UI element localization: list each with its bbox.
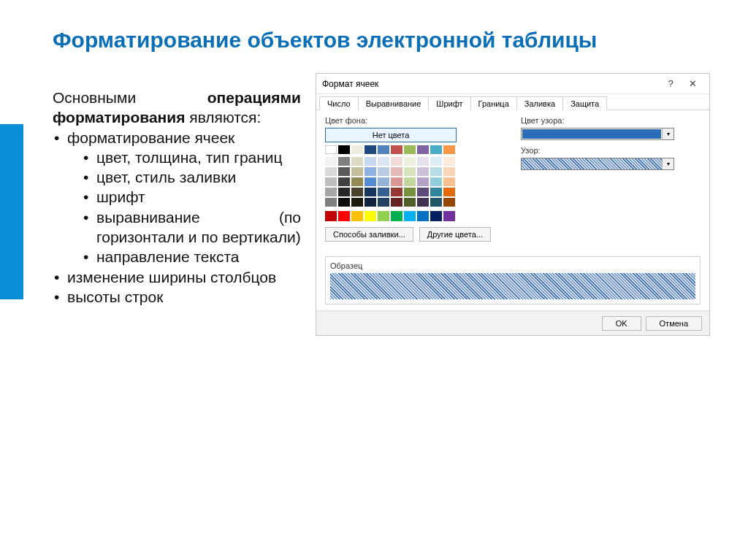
sample-label: Образец (330, 261, 695, 270)
close-icon[interactable]: ✕ (682, 78, 703, 89)
color-swatch[interactable] (365, 211, 376, 221)
chevron-down-icon[interactable]: ▾ (662, 158, 673, 169)
color-swatch[interactable] (417, 167, 429, 176)
tab-Защита[interactable]: Защита (562, 96, 607, 110)
color-swatch[interactable] (443, 177, 455, 186)
tab-Шрифт[interactable]: Шрифт (428, 96, 470, 110)
color-swatch[interactable] (404, 157, 416, 166)
dialog-footer: OK Отмена (316, 310, 709, 335)
color-swatch[interactable] (391, 188, 402, 196)
color-swatch[interactable] (325, 188, 337, 196)
color-swatch[interactable] (378, 198, 389, 207)
color-swatch[interactable] (404, 188, 416, 196)
color-swatch[interactable] (404, 145, 416, 154)
color-swatch[interactable] (378, 177, 389, 186)
color-swatch[interactable] (365, 145, 376, 154)
color-swatch[interactable] (378, 145, 389, 154)
bullet-list: форматирование ячеекцвет, толщина, тип г… (53, 128, 301, 307)
list-item: шрифт (67, 187, 301, 207)
color-swatch[interactable] (338, 145, 350, 154)
color-swatch[interactable] (391, 167, 402, 176)
color-swatch[interactable] (404, 211, 416, 221)
color-swatch[interactable] (351, 211, 363, 221)
fill-buttons-row: Способы заливки... Другие цвета... (325, 227, 701, 242)
color-swatch[interactable] (365, 157, 376, 166)
pattern-color-dropdown[interactable]: ▾ (521, 128, 674, 140)
color-swatch[interactable] (391, 177, 402, 186)
color-swatch[interactable] (351, 157, 363, 166)
color-swatch[interactable] (338, 177, 350, 186)
color-swatch[interactable] (417, 188, 429, 196)
chevron-down-icon[interactable]: ▾ (662, 129, 673, 139)
color-swatch[interactable] (378, 211, 389, 221)
color-swatch[interactable] (430, 211, 442, 221)
list-item: направление текста (67, 247, 301, 266)
color-swatch[interactable] (391, 198, 402, 207)
color-swatch[interactable] (378, 167, 389, 176)
color-swatch[interactable] (338, 157, 350, 166)
color-swatch[interactable] (338, 167, 350, 176)
color-swatch[interactable] (404, 198, 416, 207)
color-swatch[interactable] (325, 145, 337, 154)
color-swatch[interactable] (430, 198, 442, 207)
color-swatch[interactable] (365, 188, 376, 196)
color-swatch[interactable] (417, 145, 429, 154)
list-item: цвет, толщина, тип границ (67, 147, 301, 167)
color-swatch[interactable] (338, 198, 350, 207)
color-swatch[interactable] (351, 145, 363, 154)
color-swatch[interactable] (325, 157, 337, 166)
color-swatch[interactable] (365, 198, 376, 207)
color-swatch[interactable] (338, 188, 350, 196)
color-swatch[interactable] (325, 211, 337, 221)
color-swatch[interactable] (443, 145, 455, 154)
no-color-button[interactable]: Нет цвета (325, 128, 457, 142)
color-swatch[interactable] (430, 157, 442, 166)
list-item: выравнивание (по горизонтали и по вертик… (67, 207, 301, 248)
color-swatch[interactable] (378, 157, 389, 166)
help-icon[interactable]: ? (660, 78, 682, 89)
tab-Число[interactable]: Число (319, 96, 359, 110)
color-swatch[interactable] (443, 157, 455, 166)
color-swatch[interactable] (443, 167, 455, 176)
ok-button[interactable]: OK (602, 316, 641, 331)
color-swatch[interactable] (351, 167, 363, 176)
color-swatch[interactable] (378, 188, 389, 196)
color-swatch[interactable] (404, 167, 416, 176)
color-swatch[interactable] (430, 145, 442, 154)
color-swatch[interactable] (325, 167, 337, 176)
color-swatch[interactable] (443, 198, 455, 207)
color-swatch[interactable] (391, 157, 402, 166)
color-swatch[interactable] (325, 198, 337, 207)
color-swatch[interactable] (391, 211, 402, 221)
color-swatch[interactable] (430, 188, 442, 196)
color-swatch[interactable] (430, 177, 442, 186)
color-swatch[interactable] (417, 177, 429, 186)
color-swatch[interactable] (351, 198, 363, 207)
color-swatch[interactable] (417, 198, 429, 207)
color-swatch[interactable] (430, 167, 442, 176)
color-swatch[interactable] (351, 188, 363, 196)
color-swatch[interactable] (325, 177, 337, 186)
color-swatch[interactable] (443, 188, 455, 196)
tab-strip: ЧислоВыравниваниеШрифтГраницаЗаливкаЗащи… (316, 94, 709, 110)
color-swatch[interactable] (365, 177, 376, 186)
color-swatch[interactable] (443, 211, 455, 221)
fill-effects-button[interactable]: Способы заливки... (325, 227, 413, 242)
tab-Заливка[interactable]: Заливка (516, 96, 563, 110)
color-swatch[interactable] (338, 211, 350, 221)
tab-Граница[interactable]: Граница (470, 96, 517, 110)
format-cells-dialog: Формат ячеек ? ✕ ЧислоВыравниваниеШрифтГ… (316, 73, 710, 336)
list-item: высоты строк (53, 287, 301, 307)
color-swatch[interactable] (391, 145, 402, 154)
color-swatch[interactable] (365, 167, 376, 176)
intro-text-tail: являются: (185, 109, 261, 126)
color-swatch[interactable] (404, 177, 416, 186)
color-swatch[interactable] (351, 177, 363, 186)
cancel-button[interactable]: Отмена (646, 316, 702, 331)
pattern-dropdown[interactable]: ▾ (521, 158, 674, 170)
tab-Выравнивание[interactable]: Выравнивание (358, 96, 430, 110)
color-swatch[interactable] (417, 157, 429, 166)
color-swatch[interactable] (417, 211, 429, 221)
other-colors-button[interactable]: Другие цвета... (419, 227, 491, 242)
pattern-color-swatch (522, 129, 661, 139)
